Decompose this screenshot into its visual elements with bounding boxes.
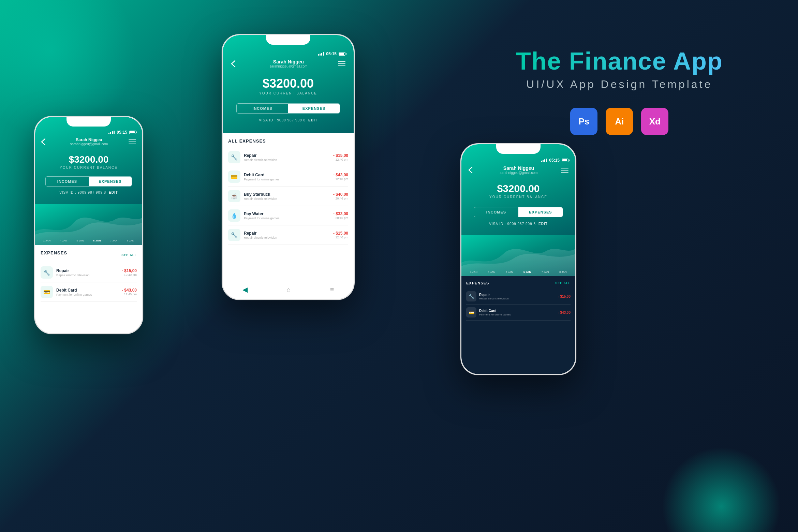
expense-name-left-2: Debit Card — [56, 288, 118, 293]
phone-center-header: 05:15 Sarah Niggeu sarahniggeu@gmail.com — [223, 35, 354, 133]
expense-amount-left-1: - $15,00 — [122, 268, 137, 273]
expense-amount-center-5: - $15,00 — [333, 231, 348, 236]
nav-home-icon[interactable]: ⌂ — [287, 286, 291, 294]
expense-time-center-4: 20:46 pm — [333, 216, 348, 220]
nav-menu-icon[interactable]: ≡ — [330, 286, 334, 294]
home-expense-icon-right-1: 🔧 — [466, 291, 476, 301]
chart-label-6jan-right: 6 JAN — [523, 270, 531, 274]
expense-icon-center-3: ☕ — [228, 190, 240, 202]
expense-item-center-4: 💧 Pay Water Payment for online games - $… — [228, 206, 348, 225]
tab-incomes-right[interactable]: INCOMES — [474, 207, 518, 217]
visa-id-left: VISA ID : 9009 987 909 8 — [59, 191, 106, 194]
see-all-left[interactable]: SEE ALL — [121, 253, 137, 257]
expense-time-center-2: 12:40 pm — [333, 177, 348, 181]
home-expense-icon-right-2: 💳 — [466, 307, 476, 317]
chart-label-7jan-left: 7 JAN — [110, 239, 118, 242]
battery-right — [562, 159, 568, 162]
home-expense-desc-right-2: Payment for online games — [479, 313, 555, 316]
expense-name-center-2: Debit Card — [244, 173, 330, 177]
nav-back-icon[interactable]: ◀ — [242, 285, 248, 294]
status-time-center: 05:15 — [326, 51, 337, 56]
balance-label-right: YOUR CURRENT BALANCE — [468, 195, 568, 199]
home-expense-item-right-2: 💳 Debit Card Payment for online games - … — [466, 305, 571, 321]
expense-icon-center-5: 🔧 — [228, 229, 240, 241]
expense-time-center-5: 12:40 pm — [333, 236, 348, 239]
home-lower-right: EXPENSES SEE ALL 🔧 Repair Repair electri… — [461, 276, 575, 374]
brand-subtitle: UI/UX App Design Template — [516, 78, 723, 91]
chart-area-left: 1 JAN 4 JAN 5 JAN 6 JAN 7 JAN 8 JAN — [35, 204, 142, 245]
back-btn-right[interactable] — [468, 166, 476, 174]
chart-label-4jan-right: 4 JAN — [488, 270, 495, 274]
status-time-left: 05:15 — [117, 130, 127, 135]
tab-incomes-left[interactable]: INCOMES — [46, 177, 89, 186]
expense-desc-center-5: Repair electric television — [244, 236, 330, 239]
chart-label-4jan-left: 4 JAN — [60, 239, 67, 242]
hamburger-right[interactable] — [561, 168, 568, 173]
notch-right — [496, 144, 541, 154]
expense-desc-left-1: Repair electric television — [56, 274, 118, 277]
tab-expenses-right[interactable]: EXPENSES — [518, 207, 563, 217]
see-all-right[interactable]: SEE ALL — [555, 281, 571, 285]
chart-label-8jan-right: 8 JAN — [559, 270, 567, 274]
expense-item-center-2: 💳 Debit Card Payment for online games - … — [228, 167, 348, 187]
phone-left: 05:15 Sarah Niggeu sarahniggeu@gmail.com — [34, 116, 143, 334]
expense-icon-center-1: 🔧 — [228, 151, 240, 163]
balance-label-left: YOUR CURRENT BALANCE — [41, 166, 136, 169]
notch-center — [266, 35, 310, 45]
signal-icon-center — [318, 52, 324, 56]
visa-id-center: VISA ID : 9009 987 909 8 — [259, 118, 306, 122]
visa-edit-left[interactable]: EDIT — [109, 191, 118, 194]
ai-badge: Ai — [606, 108, 633, 135]
user-info-left: Sarah Niggeu sarahniggeu@gmail.com — [70, 137, 108, 146]
home-expense-item-right-1: 🔧 Repair Repair electric television - $1… — [466, 289, 571, 305]
balance-amount-center: $3200.00 — [231, 76, 345, 91]
chart-label-5jan-right: 5 JAN — [506, 270, 513, 274]
brand-section: The Finance App UI/UX App Design Templat… — [516, 48, 723, 135]
expense-amount-center-3: - $40,00 — [333, 192, 348, 197]
expense-time-center-3: 20:46 pm — [333, 197, 348, 200]
expense-icon-center-4: 💧 — [228, 209, 240, 222]
tab-expenses-left[interactable]: EXPENSES — [89, 177, 132, 186]
phone-right-header: 05:15 Sarah Niggeu sarahniggeu@gmail.com — [461, 144, 575, 235]
back-btn-center[interactable] — [231, 60, 239, 68]
user-info-center: Sarah Niggeu sarahniggeu@gmail.com — [270, 59, 308, 68]
phone-center: 05:15 Sarah Niggeu sarahniggeu@gmail.com — [222, 34, 355, 300]
expense-item-left-2: 💳 Debit Card Payment for online games - … — [41, 282, 137, 302]
expense-item-left-1: 🔧 Repair Repair electric television - $1… — [41, 263, 137, 282]
expense-name-center-3: Buy Starbuck — [244, 192, 330, 197]
expenses-title-right: EXPENSES — [466, 281, 489, 285]
home-expense-desc-right-1: Repair electric television — [479, 297, 555, 300]
hamburger-center[interactable] — [338, 61, 345, 66]
battery-center — [339, 52, 345, 56]
expense-desc-left-2: Payment for online games — [56, 293, 118, 296]
chart-label-1jan-right: 1 JAN — [470, 270, 477, 274]
status-time-right: 05:15 — [549, 158, 560, 163]
expense-name-center-5: Repair — [244, 231, 330, 236]
home-expense-name-right-2: Debit Card — [479, 309, 555, 313]
tab-expenses-center[interactable]: EXPENSES — [288, 104, 340, 113]
tab-incomes-center[interactable]: INCOMES — [237, 104, 288, 113]
screen-left: 05:15 Sarah Niggeu sarahniggeu@gmail.com — [35, 117, 142, 333]
signal-icon — [108, 131, 115, 134]
expense-desc-center-4: Payment for online games — [244, 217, 330, 220]
expense-item-center-1: 🔧 Repair Repair electric television - $1… — [228, 148, 348, 167]
hamburger-left[interactable] — [129, 139, 136, 144]
visa-edit-right[interactable]: EDIT — [538, 222, 548, 226]
expense-item-center-3: ☕ Buy Starbuck Repair electric televisio… — [228, 187, 348, 206]
back-btn-left[interactable] — [41, 138, 49, 146]
home-expense-amount-right-2: - $43,00 — [558, 311, 571, 314]
visa-edit-center[interactable]: EDIT — [308, 118, 317, 122]
expense-icon-left-1: 🔧 — [41, 266, 53, 279]
expenses-section-center: ALL EXPENSES 🔧 Repair Repair electric te… — [223, 133, 354, 282]
balance-label-center: YOUR CURRENT BALANCE — [231, 91, 345, 95]
expense-desc-center-2: Payment for online games — [244, 178, 330, 181]
expense-item-center-5: 🔧 Repair Repair electric television - $1… — [228, 225, 348, 245]
phone-right: 05:15 Sarah Niggeu sarahniggeu@gmail.com — [460, 143, 576, 375]
home-lower-left: EXPENSES SEE ALL 🔧 Repair Repair electri… — [35, 245, 142, 333]
expense-name-left-1: Repair — [56, 268, 118, 273]
expense-icon-center-2: 💳 — [228, 171, 240, 183]
chart-label-6jan-left: 6 JAN — [93, 239, 101, 242]
expense-amount-center-4: - $33,00 — [333, 211, 348, 216]
signal-icon-right — [541, 159, 547, 162]
expense-desc-center-1: Repair electric television — [244, 158, 330, 162]
